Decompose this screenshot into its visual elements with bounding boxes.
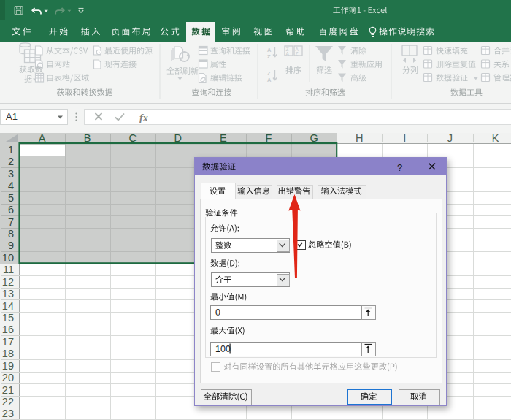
svg-text:fx: fx (139, 112, 148, 123)
svg-text:A: A (267, 77, 272, 83)
svg-text:A: A (286, 51, 290, 56)
svg-text:Z: Z (267, 70, 271, 77)
svg-text:A: A (267, 47, 272, 53)
svg-text:Z: Z (296, 51, 299, 56)
svg-text:Z: Z (267, 53, 271, 60)
